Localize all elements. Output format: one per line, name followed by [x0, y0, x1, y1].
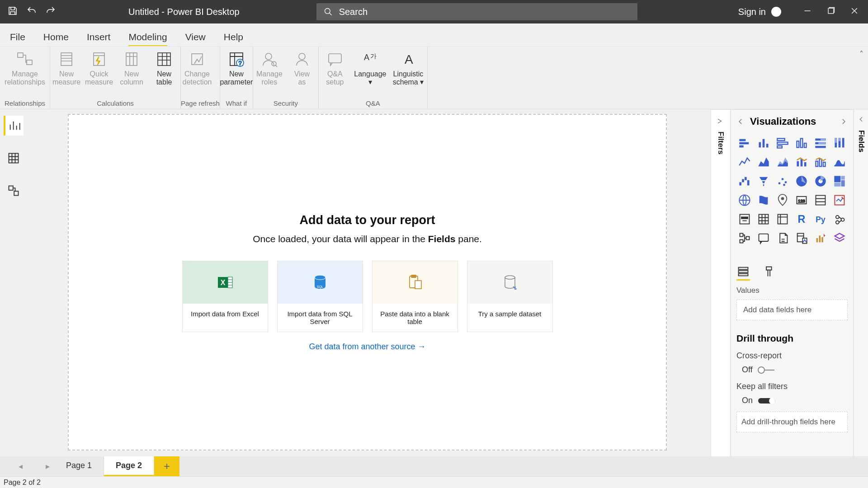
- search-box[interactable]: Search: [316, 3, 637, 20]
- window-buttons: [803, 6, 859, 18]
- keep-filters-toggle[interactable]: On: [742, 396, 848, 405]
- viz-python-visual-icon[interactable]: Py: [812, 211, 829, 227]
- close-icon[interactable]: [850, 6, 859, 18]
- svg-rect-32: [739, 139, 745, 141]
- viz-100-stacked-column-icon[interactable]: [831, 135, 848, 151]
- page-nav-next[interactable]: ▸: [41, 461, 54, 471]
- viz-multi-row-card-icon[interactable]: [812, 192, 829, 208]
- viz-matrix-icon[interactable]: [774, 211, 791, 227]
- viz-stacked-area-icon[interactable]: [774, 154, 791, 170]
- page-tabs: ◂ ▸ Page 1Page 2 +: [0, 456, 868, 476]
- menu-tab-help[interactable]: Help: [224, 32, 243, 46]
- redo-icon[interactable]: [45, 5, 56, 19]
- model-view-button[interactable]: [4, 181, 24, 201]
- viz-slicer-icon[interactable]: [736, 211, 753, 227]
- menu-tab-modeling[interactable]: Modeling: [128, 32, 167, 46]
- svg-rect-29: [411, 275, 416, 277]
- report-view-button[interactable]: [4, 116, 24, 136]
- page-tab-2[interactable]: Page 2: [104, 456, 154, 476]
- viz-arcgis-icon[interactable]: [774, 192, 791, 208]
- viz-line-stacked-col-icon[interactable]: [793, 154, 810, 170]
- new-measure-button: Newmeasure: [50, 47, 83, 99]
- viz-scatter-icon[interactable]: [774, 173, 791, 189]
- svg-rect-63: [747, 180, 750, 186]
- viz-line-icon[interactable]: [736, 154, 753, 170]
- svg-text:123: 123: [798, 199, 805, 203]
- svg-rect-57: [816, 161, 818, 167]
- viz-decomp-tree-icon[interactable]: [736, 230, 753, 246]
- menu-tab-insert[interactable]: Insert: [87, 32, 111, 46]
- viz-map-icon[interactable]: [736, 192, 753, 208]
- viz-pie-icon[interactable]: [793, 173, 810, 189]
- svg-rect-21: [14, 191, 18, 195]
- card-sample[interactable]: Try a sample dataset: [467, 261, 553, 332]
- menu-tab-view[interactable]: View: [185, 32, 206, 46]
- new-table-button[interactable]: Newtable: [148, 47, 180, 99]
- values-dropzone[interactable]: Add data fields here: [736, 300, 848, 320]
- fields-pane-collapsed[interactable]: Fields: [854, 109, 868, 461]
- viz-r-visual-icon[interactable]: R: [793, 211, 810, 227]
- card-sql[interactable]: SQLImport data from SQL Server: [277, 261, 363, 332]
- cross-report-toggle[interactable]: Off: [742, 365, 848, 375]
- visualization-gallery: 123RPy: [736, 135, 848, 246]
- svg-rect-5: [94, 53, 104, 66]
- viz-area-icon[interactable]: [755, 154, 772, 170]
- viz-stacked-bar-icon[interactable]: [736, 135, 753, 151]
- report-canvas[interactable]: Add data to your report Once loaded, you…: [68, 114, 667, 450]
- language-button[interactable]: A가Language▾: [351, 47, 389, 99]
- viz-card-icon[interactable]: 123: [793, 192, 810, 208]
- viz-waterfall-icon[interactable]: [736, 173, 753, 189]
- viz-line-clustered-col-icon[interactable]: [812, 154, 829, 170]
- menu-tab-file[interactable]: File: [10, 32, 25, 46]
- drill-through-dropzone[interactable]: Add drill-through fields here: [736, 412, 848, 432]
- add-page-button[interactable]: +: [154, 456, 179, 476]
- viz-donut-icon[interactable]: [812, 173, 829, 189]
- get-another-source-link[interactable]: Get data from another source →: [309, 342, 425, 352]
- viz-table-icon[interactable]: [755, 211, 772, 227]
- viz-anomaly-icon[interactable]: [812, 230, 829, 246]
- expand-filters-icon[interactable]: [717, 117, 725, 125]
- viz-ribbon-icon[interactable]: [831, 154, 848, 170]
- viz-stacked-column-icon[interactable]: [755, 135, 772, 151]
- expand-viz-icon[interactable]: [840, 117, 848, 126]
- maximize-icon[interactable]: [826, 6, 835, 18]
- viz-paginated-icon[interactable]: [774, 230, 791, 246]
- card-paste[interactable]: Paste data into a blank table: [372, 261, 458, 332]
- new-parameter-button[interactable]: ?Newparameter: [220, 47, 253, 99]
- viz-clustered-bar-icon[interactable]: [774, 135, 791, 151]
- minimize-icon[interactable]: [803, 6, 812, 18]
- page-tab-1[interactable]: Page 1: [54, 456, 104, 476]
- viz-qa-visual-icon[interactable]: [755, 230, 772, 246]
- svg-rect-38: [777, 139, 784, 141]
- viz-smart-narrative-icon[interactable]: [793, 230, 810, 246]
- viz-app-store-icon[interactable]: [831, 230, 848, 246]
- viz-key-influencers-icon[interactable]: [831, 211, 848, 227]
- viz-kpi-icon[interactable]: [831, 192, 848, 208]
- svg-rect-74: [834, 183, 840, 187]
- viz-treemap-icon[interactable]: [831, 173, 848, 189]
- view-as-button: Viewas: [286, 47, 318, 99]
- viz-100-stacked-bar-icon[interactable]: [812, 135, 829, 151]
- format-tab-icon[interactable]: [763, 265, 776, 278]
- expand-fields-icon[interactable]: [858, 116, 865, 123]
- undo-icon[interactable]: [26, 5, 37, 19]
- page-nav-prev[interactable]: ◂: [14, 461, 27, 471]
- cross-report-label: Cross-report: [736, 351, 848, 361]
- sign-in-button[interactable]: Sign in: [738, 7, 781, 17]
- save-icon[interactable]: [7, 5, 18, 19]
- linguistic-schema-button[interactable]: ALinguisticschema ▾: [389, 47, 427, 99]
- data-view-button[interactable]: [4, 148, 24, 168]
- filters-pane-collapsed[interactable]: Filters: [711, 109, 731, 461]
- collapse-viz-icon[interactable]: [736, 117, 745, 126]
- ribbon: ManagerelationshipsRelationshipsNewmeasu…: [0, 46, 868, 109]
- fields-tab-icon[interactable]: [736, 265, 750, 278]
- user-avatar-icon: [771, 7, 781, 17]
- drill-through-title: Drill through: [736, 333, 848, 344]
- ribbon-collapse-icon[interactable]: ˄: [859, 49, 863, 59]
- card-excel[interactable]: XImport data from Excel: [182, 261, 268, 332]
- viz-funnel-icon[interactable]: [755, 173, 772, 189]
- svg-rect-93: [759, 234, 769, 241]
- menu-tab-home[interactable]: Home: [43, 32, 69, 46]
- viz-filled-map-icon[interactable]: [755, 192, 772, 208]
- viz-clustered-column-icon[interactable]: [793, 135, 810, 151]
